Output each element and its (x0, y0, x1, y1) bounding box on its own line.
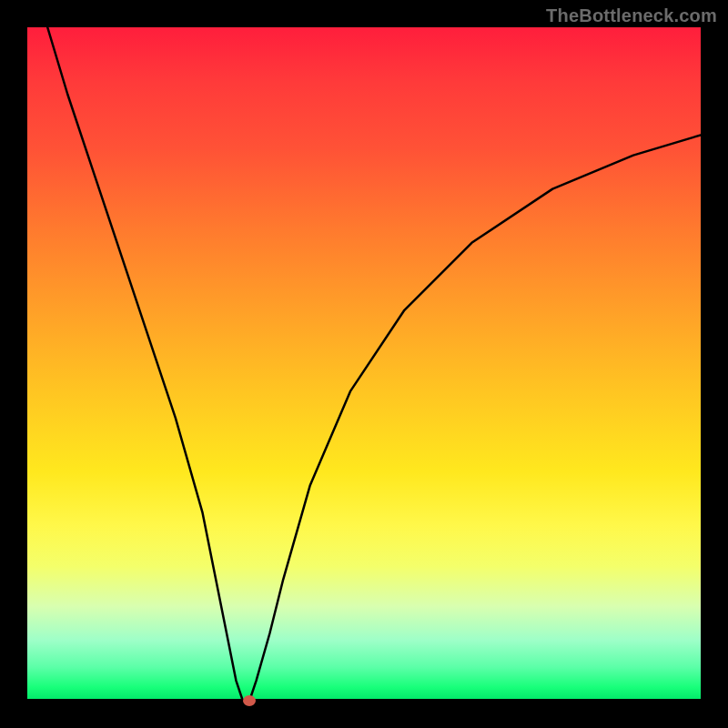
curve-layer (27, 27, 701, 701)
chart-container: TheBottleneck.com (0, 0, 728, 728)
optimal-marker (243, 695, 256, 706)
watermark-text: TheBottleneck.com (546, 5, 717, 26)
bottleneck-curve (47, 27, 701, 701)
